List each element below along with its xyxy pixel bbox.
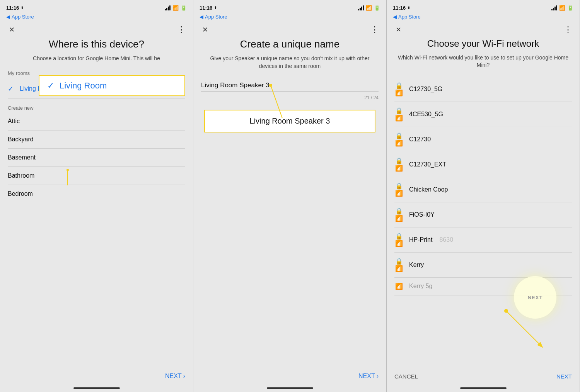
wifi-chicken-coop[interactable]: 🔒📶 Chicken Coop — [394, 177, 572, 202]
status-right-3: 📶 🔋 — [551, 5, 573, 11]
nav-bar-2: ✕ ⋮ — [193, 21, 386, 38]
wifi-icon-1: 📶 — [172, 5, 179, 11]
battery-icon-2: 🔋 — [374, 5, 380, 11]
wifi-lock-icon-5: 🔒📶 — [394, 182, 404, 197]
bar3-3 — [554, 7, 556, 10]
annotation-living-room: Living Room — [60, 81, 107, 91]
signal-bars-3 — [551, 5, 557, 10]
attic-text: Attic — [8, 118, 20, 124]
back-label-3[interactable]: App Store — [398, 14, 421, 20]
bathroom-text: Bathroom — [8, 172, 34, 179]
location-icon-3: ⬆ — [407, 6, 410, 10]
basement-text: Basement — [8, 154, 36, 161]
more-icon-1[interactable]: ⋮ — [176, 25, 187, 35]
status-right-2: 📶 🔋 — [358, 5, 380, 11]
close-icon-3[interactable]: ✕ — [393, 25, 404, 34]
wifi-fios[interactable]: 🔒📶 FiOS-I0Y — [394, 202, 572, 227]
next-circle-button[interactable]: NEXT — [514, 276, 556, 319]
page-title-2: Create a unique name — [201, 38, 379, 50]
name-input-value[interactable]: Living Room Speaker 3 — [201, 81, 379, 89]
next-label-3[interactable]: NEXT — [556, 373, 572, 380]
status-bar-2: 11:16 ⬆ 📶 🔋 — [193, 0, 386, 14]
wifi-list: 🔒📶 C12730_5G 🔒📶 4CE530_5G 🔒📶 C12730 🔒📶 C… — [394, 77, 572, 295]
wifi-c12730-5g[interactable]: 🔒📶 C12730_5G — [394, 77, 572, 102]
wifi-lock-icon-3: 🔒📶 — [394, 132, 404, 147]
wifi-lock-icon-9: 📶 — [394, 283, 404, 290]
callout-text: Living Room Speaker 3 — [214, 117, 365, 126]
wifi-name-8: Kerry — [409, 261, 424, 268]
status-left-1: 11:16 ⬆ — [6, 5, 24, 11]
more-icon-3[interactable]: ⋮ — [563, 25, 573, 35]
wifi-name-7: HP-Print — [409, 236, 432, 243]
basement-item[interactable]: Basement — [8, 149, 185, 167]
living-room-check: ✓ — [8, 85, 14, 93]
wifi-c12730-ext[interactable]: 🔒📶 C12730_EXT — [394, 152, 572, 177]
wifi-name-2: 4CE530_5G — [409, 111, 443, 118]
back-arrow-1: ◀ — [6, 14, 10, 20]
next-arrow-2: › — [377, 373, 379, 380]
wifi-lock-icon-1: 🔒📶 — [394, 82, 404, 97]
wifi-4ce530-5g[interactable]: 🔒📶 4CE530_5G — [394, 102, 572, 127]
wifi-lock-icon-2: 🔒📶 — [394, 107, 404, 122]
wifi-name-4: C12730_EXT — [409, 161, 446, 168]
wifi-lock-icon-6: 🔒📶 — [394, 207, 404, 222]
location-icon-2: ⬆ — [214, 6, 217, 10]
next-button-2[interactable]: NEXT › — [358, 373, 379, 380]
nav-bar-3: ✕ ⋮ — [387, 21, 580, 38]
signal-bars-1 — [165, 5, 171, 10]
wifi-lock-icon-4: 🔒📶 — [394, 157, 404, 172]
back-label-1[interactable]: App Store — [12, 14, 34, 20]
wifi-hp-print[interactable]: 🔒📶 HP-Print 8630 — [394, 227, 572, 253]
next-arrow-1: › — [183, 373, 185, 380]
panel-1: 11:16 ⬆ 📶 🔋 ◀ App Store ✕ ⋮ Where is thi… — [0, 0, 193, 392]
annotation-box-1: ✓ Living Room — [39, 75, 185, 96]
home-indicator-1 — [73, 387, 120, 389]
name-input-container: Living Room Speaker 3 — [201, 81, 379, 92]
bar1 — [165, 9, 166, 10]
signal-bars-2 — [358, 5, 364, 10]
next-button-1[interactable]: NEXT › — [165, 373, 185, 380]
wifi-name-6: FiOS-I0Y — [409, 211, 435, 218]
next-label-2: NEXT — [358, 373, 375, 380]
time-1: 11:16 — [6, 5, 19, 11]
bathroom-item[interactable]: Bathroom — [8, 167, 185, 185]
status-right-1: 📶 🔋 — [165, 5, 187, 11]
page-title-1: Where is this device? — [8, 38, 185, 50]
backyard-item[interactable]: Backyard — [8, 131, 185, 149]
bar1-3 — [551, 9, 553, 10]
wifi-name-5: Chicken Coop — [409, 186, 448, 193]
bar1-2 — [358, 9, 359, 10]
cancel-button-3[interactable]: CANCEL — [394, 373, 418, 380]
page-subtitle-1: Choose a location for Google Home Mini. … — [8, 55, 185, 63]
status-bar-3: 11:16 ⬆ 📶 🔋 — [387, 0, 580, 14]
more-icon-2[interactable]: ⋮ — [369, 25, 380, 35]
bottom-bar-3: CANCEL NEXT — [387, 368, 580, 387]
bedroom-item[interactable]: Bedroom — [8, 185, 185, 203]
bar2 — [166, 8, 167, 10]
status-left-2: 11:16 ⬆ — [200, 5, 217, 11]
bar4 — [169, 5, 171, 10]
bedroom-text: Bedroom — [8, 190, 33, 197]
callout-box: Living Room Speaker 3 — [204, 110, 375, 132]
wifi-kerry[interactable]: 🔒📶 Kerry — [394, 253, 572, 278]
back-label-2[interactable]: App Store — [205, 14, 227, 20]
bar4-2 — [363, 5, 364, 10]
wifi-name-9: Kerry 5g — [409, 283, 432, 290]
location-icon-1: ⬆ — [20, 6, 24, 10]
close-icon-1[interactable]: ✕ — [6, 25, 17, 34]
wifi-lock-icon-7: 🔒📶 — [394, 232, 404, 247]
close-icon-2[interactable]: ✕ — [200, 25, 210, 34]
bottom-bar-2: NEXT › — [193, 368, 386, 387]
time-3: 11:16 — [393, 5, 406, 11]
wifi-lock-icon-8: 🔒📶 — [394, 258, 404, 272]
next-circle-label: NEXT — [528, 295, 543, 300]
wifi-c12730[interactable]: 🔒📶 C12730 — [394, 127, 572, 152]
create-new-label: Create new — [8, 105, 185, 111]
attic-item[interactable]: Attic — [8, 112, 185, 131]
battery-icon-1: 🔋 — [181, 5, 187, 11]
wifi-name-3: C12730 — [409, 136, 431, 143]
wifi-name-7b: 8630 — [439, 236, 453, 243]
backyard-text: Backyard — [8, 136, 34, 143]
char-count: 21 / 24 — [201, 95, 379, 100]
content-3: Choose your Wi-Fi network Which Wi-Fi ne… — [387, 38, 580, 368]
